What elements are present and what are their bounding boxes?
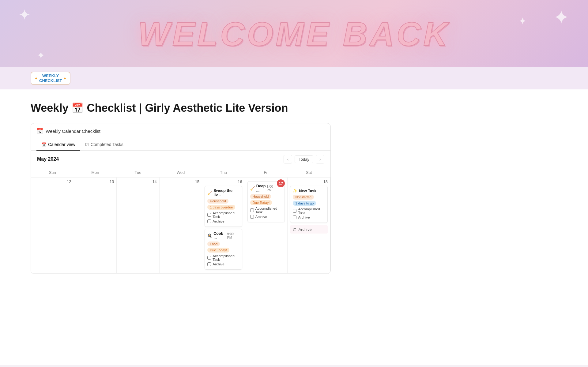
tabs-container: 📅 Calendar view ☑ Completed Tasks — [31, 139, 330, 151]
task-archive-deep[interactable]: Archive — [250, 215, 282, 219]
tab-completed-label: Completed Tasks — [91, 142, 123, 147]
task-time-deep: 1:00 PM — [266, 185, 277, 192]
tab-completed-icon: ☑ — [85, 142, 89, 147]
day-cell-12: 12 — [31, 178, 74, 274]
sparkle-br-icon: ✦ — [518, 15, 527, 27]
logo-star-right-icon: ✦ — [63, 76, 67, 81]
task-title-row-sweep: 🧹 Sweep the liv... — [207, 189, 239, 197]
archive-checkbox-cook[interactable] — [207, 262, 211, 266]
archive-section-right[interactable]: 🏷 Archive — [290, 225, 328, 234]
page-title: Weekly 📅 Checklist | Girly Aesthetic Lit… — [31, 102, 557, 114]
archive-checkbox-sweep[interactable] — [207, 219, 211, 223]
tab-calendar-label: Calendar view — [48, 142, 75, 147]
day-cell-14: 14 — [117, 178, 160, 274]
task-emoji-deep: 🧹 — [250, 186, 255, 191]
task-card-sweep: 🧹 Sweep the liv... Household 1 days over… — [205, 186, 242, 227]
page-title-prefix: Weekly — [31, 102, 68, 114]
calendar-nav: ‹ Today › — [284, 155, 324, 163]
weekday-sat: Sat — [288, 168, 330, 178]
sparkle-tl-icon: ✦ — [18, 6, 31, 23]
archive-checkbox-new[interactable] — [293, 215, 296, 219]
task-accomplished-deep[interactable]: Accomplished Task — [250, 207, 282, 214]
weekday-fri: Fri — [245, 168, 288, 178]
task-time-cook: 9:00 PM — [227, 232, 239, 239]
task-emoji-new: ✨ — [293, 189, 298, 193]
task-status-cook: Due Today! — [207, 248, 239, 254]
nav-next-button[interactable]: › — [316, 155, 324, 163]
tab-calendar-icon: 📅 — [41, 142, 46, 147]
day-cell-13: 13 — [74, 178, 117, 274]
today-button[interactable]: Today — [295, 155, 313, 163]
task-title-deep: 🧹 Deep ... — [250, 184, 267, 193]
banner: ✦ ✦ ✦ ✦ WELCOME BACK — [0, 0, 588, 67]
day-number-14: 14 — [119, 179, 157, 184]
page-title-emoji: 📅 — [71, 102, 84, 114]
task-title-row-deep: 🧹 Deep ... 1:00 PM — [250, 184, 277, 193]
task-card-cook: 🍳 Cook ... 9:00 PM Food Due Today! — [205, 229, 242, 270]
calendar-grid: Sun Mon Tue Wed Thu Fri Sat 12 — [31, 168, 330, 274]
weekday-sun: Sun — [31, 168, 74, 178]
weekday-wed: Wed — [159, 168, 202, 178]
accomplished-checkbox-sweep[interactable] — [207, 213, 211, 217]
day-cell-18: 18 ✨ New Task NotStarted — [288, 178, 330, 274]
day-cell-15: 15 — [159, 178, 202, 274]
calendar-month: May 2024 — [37, 156, 59, 162]
task-archive-new[interactable]: Archive — [293, 215, 325, 219]
day-number-13: 13 — [77, 179, 114, 184]
subheader: ✦ WEEKLY CHECKLIST ✦ — [0, 67, 588, 89]
archive-right-icon: 🏷 — [292, 227, 296, 232]
nav-prev-button[interactable]: ‹ — [284, 155, 292, 163]
task-tag-deep: Household — [250, 194, 282, 200]
db-header-title: Weekly Calendar Checklist — [46, 129, 100, 134]
day-number-12: 12 — [34, 179, 71, 184]
tab-calendar-view[interactable]: 📅 Calendar view — [36, 139, 80, 151]
task-title-row-cook: 🍳 Cook ... 9:00 PM — [207, 231, 239, 240]
task-accomplished-cook[interactable]: Accomplished Task — [207, 254, 239, 261]
task-emoji-cook: 🍳 — [207, 234, 212, 238]
task-card-deep: 🧹 Deep ... 1:00 PM Household Due Today! — [247, 181, 285, 222]
task-title-new: ✨ New Task — [293, 189, 316, 193]
db-header: 📅 Weekly Calendar Checklist — [31, 123, 330, 139]
task-accomplished-new[interactable]: Accomplished Task — [293, 207, 325, 215]
logo-text-container: WEEKLY CHECKLIST — [39, 73, 62, 83]
logo-checklist: CHECKLIST — [39, 78, 62, 83]
archive-right-label: Archive — [298, 227, 311, 232]
day-cell-16: 16 🧹 Sweep the liv... Household — [202, 178, 245, 274]
page-title-suffix: Checklist | Girly Aesthetic Lite Version — [87, 102, 288, 114]
day-number-15: 15 — [162, 179, 200, 184]
task-accomplished-sweep[interactable]: Accomplished Task — [207, 211, 239, 219]
calendar-toolbar: May 2024 ‹ Today › — [31, 151, 330, 168]
accomplished-checkbox-new[interactable] — [293, 209, 296, 213]
task-status-deep: Due Today! — [250, 200, 282, 207]
weekday-tue: Tue — [117, 168, 160, 178]
task-card-new-task: ✨ New Task NotStarted 1 days to go — [290, 186, 328, 223]
task-archive-cook[interactable]: Archive — [207, 262, 239, 266]
task-archive-sweep[interactable]: Archive — [207, 219, 239, 223]
task-tag-new: NotStarted — [293, 195, 325, 201]
sparkle-bl-icon: ✦ — [37, 50, 45, 61]
logo-badge: ✦ WEEKLY CHECKLIST ✦ — [31, 72, 70, 85]
day-cell-17: 17 🧹 Deep ... 1:00 PM — [245, 178, 288, 274]
task-status-new: 1 days to go — [293, 201, 325, 207]
weekday-thu: Thu — [202, 168, 245, 178]
banner-title: WELCOME BACK — [138, 14, 450, 53]
tab-completed-tasks[interactable]: ☑ Completed Tasks — [80, 139, 128, 151]
task-status-sweep: 1 days overdue — [207, 205, 239, 211]
accomplished-checkbox-deep[interactable] — [250, 208, 254, 212]
day-number-18: 18 — [290, 179, 328, 184]
logo-weekly: WEEKLY — [42, 73, 59, 78]
accomplished-checkbox-cook[interactable] — [207, 256, 211, 260]
task-title-sweep: 🧹 Sweep the liv... — [207, 189, 239, 197]
main-content: Weekly 📅 Checklist | Girly Aesthetic Lit… — [0, 89, 588, 365]
day-number-16: 16 — [205, 179, 242, 184]
task-tag-cook: Food — [207, 242, 239, 248]
sparkle-tr-icon: ✦ — [553, 6, 570, 29]
logo-star-left-icon: ✦ — [34, 76, 38, 81]
archive-checkbox-deep[interactable] — [250, 215, 254, 219]
database-card: 📅 Weekly Calendar Checklist 📅 Calendar v… — [31, 123, 331, 274]
task-emoji-sweep: 🧹 — [207, 191, 212, 195]
task-tag-sweep: Household — [207, 199, 239, 205]
weekday-mon: Mon — [74, 168, 117, 178]
db-header-icon: 📅 — [36, 128, 43, 134]
task-title-row-new: ✨ New Task — [293, 189, 325, 193]
